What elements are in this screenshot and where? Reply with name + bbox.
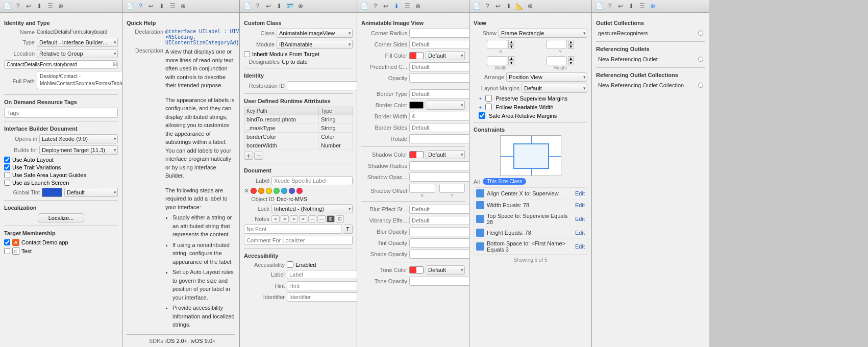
tone-opacity-input[interactable] xyxy=(409,277,469,286)
tone-color-swatch[interactable] xyxy=(409,266,424,274)
add-attr-btn[interactable]: + xyxy=(244,152,253,160)
note-icon-2[interactable]: ≡ xyxy=(281,215,289,222)
localize-button[interactable]: Localize... xyxy=(38,213,85,222)
note-icon-8[interactable]: ⊟ xyxy=(336,215,344,222)
builds-for-wrapper[interactable]: Deployment Target (11.3) xyxy=(39,145,118,155)
show-select-wrapper[interactable]: Frame Rectangle xyxy=(499,29,587,38)
acc-enabled-checkbox[interactable] xyxy=(287,261,293,268)
font-picker-btn[interactable]: T xyxy=(343,225,353,234)
trait-variations-checkbox[interactable] xyxy=(4,164,10,170)
note-icon-7[interactable]: ⊞ xyxy=(327,215,335,222)
h-down-btn[interactable]: ▼ xyxy=(568,61,574,65)
border-color-swatch[interactable] xyxy=(409,102,424,109)
show-select[interactable]: Frame Rectangle xyxy=(499,29,587,38)
opens-in-wrapper[interactable]: Latest Xcode (9.0) xyxy=(39,134,118,143)
y-input[interactable]: 28 xyxy=(547,40,567,49)
inherit-module-checkbox[interactable] xyxy=(244,51,250,57)
lock-select-wrapper[interactable]: Inherited - (Nothing) xyxy=(271,204,353,213)
doc-label-input[interactable] xyxy=(271,176,353,185)
color-orange[interactable] xyxy=(258,188,264,194)
this-size-class-badge[interactable]: This Size Class xyxy=(483,178,526,185)
acc-identifier-input[interactable] xyxy=(287,292,357,302)
constraint-edit-3[interactable]: Edit xyxy=(575,216,585,222)
w-up-btn[interactable]: ▲ xyxy=(508,56,514,61)
layout-margins-select[interactable]: Default xyxy=(522,84,587,93)
border-sides-input[interactable] xyxy=(409,123,469,132)
blur-opacity-input[interactable] xyxy=(409,227,469,236)
fill-color-select[interactable]: Default xyxy=(426,51,465,60)
rotate-input[interactable] xyxy=(409,134,469,143)
color-x-btn[interactable]: ✕ xyxy=(244,187,249,194)
color-red[interactable] xyxy=(251,188,257,194)
shadow-opac-input[interactable] xyxy=(409,172,469,182)
preserve-checkbox[interactable] xyxy=(485,95,492,102)
note-icon-5[interactable]: — xyxy=(308,215,316,222)
color-blue[interactable] xyxy=(281,188,287,194)
h-up-btn[interactable]: ▲ xyxy=(568,56,574,61)
shadow-color-select[interactable]: Default xyxy=(426,150,465,159)
follow-readable-checkbox[interactable] xyxy=(485,104,492,110)
class-select-wrapper[interactable]: AnimatableImageView xyxy=(277,29,353,38)
shadow-color-wrapper[interactable]: Default xyxy=(426,150,465,159)
constraint-edit-4[interactable]: Edit xyxy=(575,230,585,236)
color-purple[interactable] xyxy=(289,188,295,194)
x-down-btn[interactable]: ▼ xyxy=(508,44,514,49)
gesture-outlet-circle[interactable] xyxy=(698,31,703,36)
border-color-select[interactable] xyxy=(426,101,465,110)
arrange-select[interactable]: Position View xyxy=(506,72,587,82)
shadow-y-input[interactable] xyxy=(439,184,465,193)
corner-sides-input[interactable] xyxy=(409,40,469,49)
y-up-btn[interactable]: ▲ xyxy=(568,40,574,44)
layout-margins-wrapper[interactable]: Default xyxy=(522,84,587,93)
module-select[interactable]: IBAnimatable xyxy=(277,40,353,49)
global-tint-select[interactable]: Default xyxy=(64,188,118,197)
tint-opacity-input[interactable] xyxy=(409,238,469,247)
constraint-edit-2[interactable]: Edit xyxy=(575,202,585,208)
w-input[interactable]: 78 xyxy=(487,56,507,65)
h-input[interactable]: 78 xyxy=(547,56,567,65)
color-yellow[interactable] xyxy=(266,188,272,194)
type-select[interactable]: Default - Interface Builder... xyxy=(37,38,118,47)
vibrancy-input[interactable] xyxy=(409,216,469,225)
border-width-input[interactable] xyxy=(409,112,469,121)
tone-color-select[interactable]: Default xyxy=(426,265,465,275)
safe-area-checkbox[interactable] xyxy=(4,172,10,178)
fill-color-swatch[interactable] xyxy=(409,52,424,59)
acc-hint-input[interactable] xyxy=(287,281,357,290)
target-test-checkbox[interactable] xyxy=(4,248,10,254)
launch-screen-checkbox[interactable] xyxy=(4,180,10,186)
constraint-edit-1[interactable]: Edit xyxy=(575,190,585,196)
border-type-input[interactable] xyxy=(409,89,469,98)
remove-attr-btn[interactable]: − xyxy=(254,152,263,160)
note-icon-1[interactable]: ≡ xyxy=(271,215,280,222)
color-pink[interactable] xyxy=(296,188,303,194)
opens-in-select[interactable]: Latest Xcode (9.0) xyxy=(39,134,118,143)
shadow-radius-input[interactable] xyxy=(409,161,469,170)
opacity-input[interactable] xyxy=(409,73,469,83)
border-color-wrapper[interactable] xyxy=(426,101,465,110)
location-select[interactable]: Relative to Group xyxy=(37,49,118,58)
note-icon-6[interactable]: — xyxy=(317,215,326,222)
lock-select[interactable]: Inherited - (Nothing) xyxy=(271,204,353,213)
builds-for-select[interactable]: Deployment Target (11.3) xyxy=(39,145,118,155)
x-input[interactable]: 142 xyxy=(487,40,507,49)
predefined-input[interactable] xyxy=(409,62,469,71)
tone-color-wrapper[interactable]: Default xyxy=(426,265,465,275)
x-up-btn[interactable]: ▲ xyxy=(508,40,514,44)
location-select-wrapper[interactable]: Relative to Group xyxy=(37,49,118,58)
new-outlet-circle[interactable] xyxy=(698,57,703,62)
tags-input[interactable] xyxy=(4,108,118,118)
arrange-select-wrapper[interactable]: Position View xyxy=(506,72,587,82)
restoration-input[interactable] xyxy=(287,81,357,90)
shade-opacity-input[interactable] xyxy=(409,250,469,259)
font-input[interactable] xyxy=(244,225,341,234)
global-tint-wrapper[interactable]: Default xyxy=(64,188,118,197)
note-icon-4[interactable]: ≡ xyxy=(299,215,307,222)
shadow-color-swatch[interactable] xyxy=(409,151,424,158)
comment-input[interactable] xyxy=(244,236,353,245)
blur-effect-input[interactable] xyxy=(409,205,469,214)
y-down-btn[interactable]: ▼ xyxy=(568,44,574,49)
new-outlet-collection-circle[interactable] xyxy=(698,83,703,88)
type-select-wrapper[interactable]: Default - Interface Builder... xyxy=(37,38,118,47)
corner-radius-input[interactable] xyxy=(409,29,469,38)
